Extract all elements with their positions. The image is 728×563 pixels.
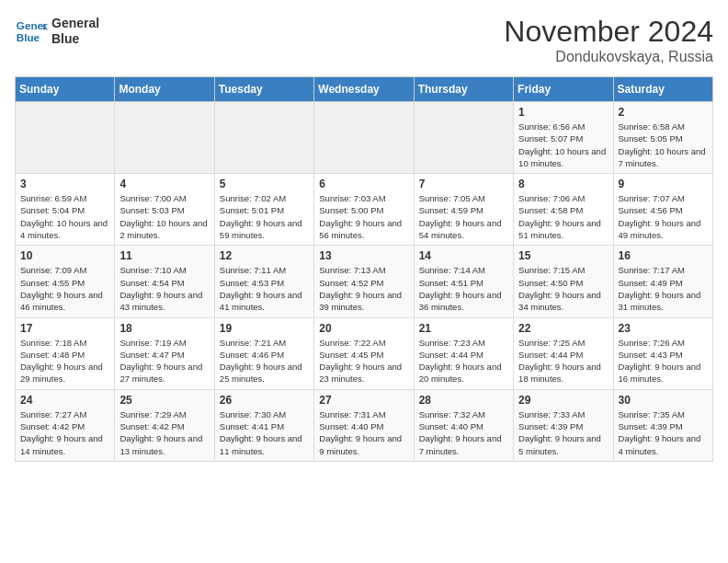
column-header-monday: Monday — [115, 77, 214, 102]
day-cell: 23Sunrise: 7:26 AM Sunset: 4:43 PM Dayli… — [613, 317, 712, 389]
column-header-thursday: Thursday — [414, 77, 513, 102]
day-number: 21 — [419, 322, 508, 335]
day-info: Sunrise: 7:05 AM Sunset: 4:59 PM Dayligh… — [419, 192, 508, 241]
day-info: Sunrise: 7:02 AM Sunset: 5:01 PM Dayligh… — [220, 192, 309, 241]
day-cell: 17Sunrise: 7:18 AM Sunset: 4:48 PM Dayli… — [16, 317, 115, 389]
column-header-saturday: Saturday — [613, 77, 712, 102]
week-row-2: 3Sunrise: 6:59 AM Sunset: 5:04 PM Daylig… — [16, 174, 713, 246]
day-info: Sunrise: 7:25 AM Sunset: 4:44 PM Dayligh… — [518, 337, 608, 385]
day-cell: 8Sunrise: 7:06 AM Sunset: 4:58 PM Daylig… — [514, 174, 613, 246]
day-info: Sunrise: 7:26 AM Sunset: 4:43 PM Dayligh… — [619, 337, 708, 385]
week-row-4: 17Sunrise: 7:18 AM Sunset: 4:48 PM Dayli… — [16, 317, 713, 389]
day-info: Sunrise: 6:58 AM Sunset: 5:05 PM Dayligh… — [619, 121, 708, 169]
month-title: November 2024 — [504, 15, 713, 49]
day-number: 30 — [619, 394, 708, 407]
day-cell — [414, 102, 513, 174]
day-number: 2 — [619, 106, 708, 119]
day-number: 24 — [20, 394, 109, 407]
day-cell: 19Sunrise: 7:21 AM Sunset: 4:46 PM Dayli… — [214, 317, 313, 389]
day-number: 10 — [20, 249, 109, 262]
day-number: 9 — [619, 178, 708, 190]
logo: General Blue General Blue — [15, 15, 99, 48]
day-info: Sunrise: 7:03 AM Sunset: 5:00 PM Dayligh… — [319, 192, 408, 241]
day-cell: 11Sunrise: 7:10 AM Sunset: 4:54 PM Dayli… — [115, 246, 214, 317]
day-number: 18 — [119, 322, 209, 335]
location: Dondukovskaya, Russia — [504, 49, 713, 65]
day-cell: 29Sunrise: 7:33 AM Sunset: 4:39 PM Dayli… — [514, 389, 613, 461]
day-info: Sunrise: 6:59 AM Sunset: 5:04 PM Dayligh… — [20, 192, 109, 241]
day-number: 28 — [419, 394, 508, 407]
day-cell: 1Sunrise: 6:56 AM Sunset: 5:07 PM Daylig… — [514, 102, 613, 174]
day-cell: 28Sunrise: 7:32 AM Sunset: 4:40 PM Dayli… — [414, 389, 513, 461]
week-row-5: 24Sunrise: 7:27 AM Sunset: 4:42 PM Dayli… — [16, 389, 713, 461]
day-info: Sunrise: 7:30 AM Sunset: 4:41 PM Dayligh… — [220, 408, 309, 457]
day-number: 29 — [518, 394, 608, 407]
day-number: 23 — [619, 322, 708, 335]
day-info: Sunrise: 7:09 AM Sunset: 4:55 PM Dayligh… — [20, 264, 109, 313]
header-row: SundayMondayTuesdayWednesdayThursdayFrid… — [16, 77, 713, 102]
day-cell: 3Sunrise: 6:59 AM Sunset: 5:04 PM Daylig… — [16, 174, 115, 246]
day-info: Sunrise: 7:07 AM Sunset: 4:56 PM Dayligh… — [619, 192, 708, 241]
day-info: Sunrise: 7:22 AM Sunset: 4:45 PM Dayligh… — [319, 337, 408, 385]
day-cell — [16, 102, 115, 174]
day-number: 22 — [518, 322, 608, 335]
day-cell: 7Sunrise: 7:05 AM Sunset: 4:59 PM Daylig… — [414, 174, 513, 246]
day-cell: 18Sunrise: 7:19 AM Sunset: 4:47 PM Dayli… — [115, 317, 214, 389]
day-cell: 27Sunrise: 7:31 AM Sunset: 4:40 PM Dayli… — [314, 389, 414, 461]
day-info: Sunrise: 7:14 AM Sunset: 4:51 PM Dayligh… — [419, 264, 508, 313]
day-number: 12 — [220, 249, 309, 262]
day-cell: 24Sunrise: 7:27 AM Sunset: 4:42 PM Dayli… — [16, 389, 115, 461]
day-cell: 10Sunrise: 7:09 AM Sunset: 4:55 PM Dayli… — [16, 246, 115, 317]
day-number: 1 — [518, 106, 608, 119]
day-number: 25 — [119, 394, 209, 407]
day-cell: 22Sunrise: 7:25 AM Sunset: 4:44 PM Dayli… — [514, 317, 613, 389]
day-number: 7 — [419, 178, 508, 190]
day-cell — [314, 102, 414, 174]
day-number: 15 — [518, 249, 608, 262]
day-cell: 5Sunrise: 7:02 AM Sunset: 5:01 PM Daylig… — [214, 174, 313, 246]
calendar-header: SundayMondayTuesdayWednesdayThursdayFrid… — [16, 77, 713, 102]
day-info: Sunrise: 7:31 AM Sunset: 4:40 PM Dayligh… — [319, 408, 408, 457]
day-number: 17 — [20, 322, 109, 335]
day-info: Sunrise: 7:06 AM Sunset: 4:58 PM Dayligh… — [518, 192, 608, 241]
week-row-3: 10Sunrise: 7:09 AM Sunset: 4:55 PM Dayli… — [16, 246, 713, 317]
day-cell: 16Sunrise: 7:17 AM Sunset: 4:49 PM Dayli… — [613, 246, 712, 317]
day-number: 16 — [619, 249, 708, 262]
day-info: Sunrise: 7:32 AM Sunset: 4:40 PM Dayligh… — [419, 408, 508, 457]
day-cell: 13Sunrise: 7:13 AM Sunset: 4:52 PM Dayli… — [314, 246, 414, 317]
day-cell — [115, 102, 214, 174]
svg-text:Blue: Blue — [17, 31, 40, 43]
day-cell: 21Sunrise: 7:23 AM Sunset: 4:44 PM Dayli… — [414, 317, 513, 389]
day-number: 20 — [319, 322, 408, 335]
day-cell: 20Sunrise: 7:22 AM Sunset: 4:45 PM Dayli… — [314, 317, 414, 389]
day-info: Sunrise: 7:35 AM Sunset: 4:39 PM Dayligh… — [619, 408, 708, 457]
day-info: Sunrise: 6:56 AM Sunset: 5:07 PM Dayligh… — [518, 121, 608, 169]
day-info: Sunrise: 7:00 AM Sunset: 5:03 PM Dayligh… — [119, 192, 209, 241]
day-cell: 25Sunrise: 7:29 AM Sunset: 4:42 PM Dayli… — [115, 389, 214, 461]
day-info: Sunrise: 7:11 AM Sunset: 4:53 PM Dayligh… — [220, 264, 309, 313]
day-info: Sunrise: 7:10 AM Sunset: 4:54 PM Dayligh… — [119, 264, 209, 313]
day-cell: 12Sunrise: 7:11 AM Sunset: 4:53 PM Dayli… — [214, 246, 313, 317]
week-row-1: 1Sunrise: 6:56 AM Sunset: 5:07 PM Daylig… — [16, 102, 713, 174]
day-info: Sunrise: 7:23 AM Sunset: 4:44 PM Dayligh… — [419, 337, 508, 385]
day-cell: 30Sunrise: 7:35 AM Sunset: 4:39 PM Dayli… — [613, 389, 712, 461]
calendar-table: SundayMondayTuesdayWednesdayThursdayFrid… — [15, 76, 713, 462]
day-info: Sunrise: 7:17 AM Sunset: 4:49 PM Dayligh… — [619, 264, 708, 313]
column-header-sunday: Sunday — [16, 77, 115, 102]
day-cell: 2Sunrise: 6:58 AM Sunset: 5:05 PM Daylig… — [613, 102, 712, 174]
day-number: 26 — [220, 394, 309, 407]
day-number: 6 — [319, 178, 408, 190]
logo-icon: General Blue — [15, 15, 48, 48]
day-number: 4 — [119, 178, 209, 190]
logo-text: General Blue — [51, 16, 99, 47]
day-number: 3 — [20, 178, 109, 190]
day-info: Sunrise: 7:29 AM Sunset: 4:42 PM Dayligh… — [119, 408, 209, 457]
day-number: 14 — [419, 249, 508, 262]
day-cell: 15Sunrise: 7:15 AM Sunset: 4:50 PM Dayli… — [514, 246, 613, 317]
day-info: Sunrise: 7:21 AM Sunset: 4:46 PM Dayligh… — [220, 337, 309, 385]
day-info: Sunrise: 7:13 AM Sunset: 4:52 PM Dayligh… — [319, 264, 408, 313]
logo-line2: Blue — [51, 31, 99, 47]
day-info: Sunrise: 7:18 AM Sunset: 4:48 PM Dayligh… — [20, 337, 109, 385]
day-info: Sunrise: 7:27 AM Sunset: 4:42 PM Dayligh… — [20, 408, 109, 457]
day-cell: 4Sunrise: 7:00 AM Sunset: 5:03 PM Daylig… — [115, 174, 214, 246]
